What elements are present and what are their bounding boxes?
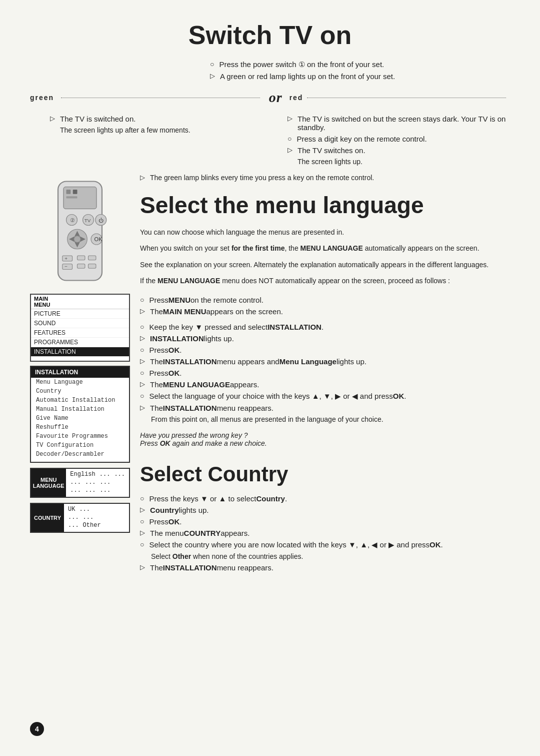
step-select-other: Select Other when none of the countries … [151,552,510,560]
install-item-menu-language: Menu Language [31,378,129,387]
green-red-bar: green or red [30,90,510,106]
uk-text: UK [68,506,75,513]
select-country-title: Select Country [140,462,510,486]
menu-language-body2: When you switch on your set for the firs… [140,243,510,254]
step-country-menu-appears: The menu COUNTRY appears. [140,529,510,537]
menu-language-body3: See the explanation on your screen. Alte… [140,259,510,270]
other-text: Other [83,522,101,529]
language-label: LANGUAGE [33,483,64,489]
menu-item-picture: PICTURE [31,309,129,319]
wrong-key-line2: Press OK again and make a new choice. [140,439,510,447]
red-tv-switches-on: The TV switches on. [288,146,510,155]
step-press-menu: Press MENU on the remote control. [140,296,510,304]
step-press-ok-1: Press OK. [140,346,510,354]
install-item-manual: Manual Installation [31,405,129,414]
bullet-lamp-lights: A green or red lamp lights up on the fro… [210,72,510,81]
svg-text:②: ② [70,217,75,223]
wrong-key-line1: Have you pressed the wrong key ? [140,431,510,439]
remote-container: ② TV ⏻ OK + [30,179,130,289]
country-content: UK ... ... ... ... Other [64,504,105,532]
svg-rect-23 [78,256,85,260]
green-lamp-col: The TV is switched on. The screen lights… [50,115,272,166]
main-menu-header: MAINMENU [31,295,129,309]
green-lamp-note: The green lamp blinks every time you pre… [140,174,510,182]
main-menu-box: MAINMENU PICTURE SOUND FEATURES PROGRAMM… [30,294,130,362]
install-item-auto: Automatic Installation [31,396,129,405]
svg-rect-2 [66,190,71,194]
step-select-language: Select the language of your choice with … [140,392,510,401]
country-row-uk: UK ... [68,506,101,513]
dots-line-left [61,98,260,98]
install-item-tv-config: TV Configuration [31,441,129,450]
step-press-ok-2: Press OK. [140,369,510,377]
english-dots1: ... [100,471,110,478]
menu-label: MENU [40,477,56,483]
svg-point-16 [74,236,80,242]
switch-tv-on-section: Switch TV on Press the power switch ① on… [30,20,510,166]
step-main-menu-appears: The MAIN MENU appears on the screen. [140,307,510,316]
step-installation-menu-appears: The INSTALLATION menu appears and Menu L… [140,357,510,366]
language-box: MENU LANGUAGE English ... ... ... ... ..… [30,468,130,498]
step-installation-lights: INSTALLATION lights up. [140,334,510,343]
install-item-country: Country [31,387,129,396]
green-label: green [30,94,54,102]
step-country-lights: Country lights up. [140,506,510,514]
menu-language-body4: If the MENU LANGUAGE menu does NOT autom… [140,275,510,286]
menu-item-features: FEATURES [31,328,129,338]
install-item-decoder: Decoder/Descrambler [31,450,129,459]
menu-language-steps: Press MENU on the remote control. The MA… [140,296,510,423]
install-item-reshuffle: Reshuffle [31,423,129,432]
step-installation-reappears: The INSTALLATION menu reappears. [140,404,510,412]
install-item-give-name: Give Name [31,414,129,423]
left-panel: ② TV ⏻ OK + [30,174,130,577]
green-tv-on: The TV is switched on. [50,115,272,123]
language-content: English ... ... ... ... ... ... ... ... [66,469,129,497]
svg-text:+: + [64,256,68,261]
dots-line-right [307,98,506,98]
step-menu-language-appears: The MENU LANGUAGE appears. [140,380,510,389]
svg-text:TV: TV [84,218,91,223]
lang-row-english: English ... ... [70,471,125,478]
menu-item-sound: SOUND [31,319,129,328]
english-text: English [70,471,95,478]
step-select-country-location: Select the country where you are now loc… [140,540,510,549]
svg-text:OK: OK [94,236,103,242]
language-menu-header: MENU LANGUAGE [31,469,66,497]
bullet-power-switch: Press the power switch ① on the front of… [210,60,510,69]
country-row-2: ... ... [68,514,101,521]
svg-text:⏻: ⏻ [98,218,104,223]
installation-header: INSTALLATION [31,367,129,378]
step-press-ok-country: Press OK. [140,517,510,526]
svg-rect-4 [66,196,78,198]
menu-language-body1: You can now choose which language the me… [140,227,510,238]
english-dots2: ... [114,471,125,478]
menu-item-installation: INSTALLATION [31,347,129,357]
red-press-digit: Press a digit key on the remote control. [288,135,510,143]
right-panel: The green lamp blinks every time you pre… [140,174,510,577]
country-row-other: ... Other [68,522,101,529]
lang-row-3: ... ... ... [70,487,125,494]
red-screen-lights: The screen lights up. [298,158,510,166]
red-label: red [290,94,304,102]
page-number: 4 [30,722,44,736]
svg-text:−: − [64,264,68,269]
step-installation-reappears-country: The INSTALLATION menu reappears. [140,563,510,572]
tv-remote-icon: ② TV ⏻ OK + [42,179,118,289]
svg-rect-24 [88,256,96,260]
menu-item-programmes: PROGRAMMES [31,338,129,347]
red-lamp-col: The TV is switched on but the screen sta… [288,115,510,166]
switch-tv-on-title: Switch TV on [30,20,510,50]
green-screen-lights: The screen lights up after a few moments… [60,126,272,134]
country-box: COUNTRY UK ... ... ... ... Other [30,503,130,533]
country-steps: Press the keys ▼ or ▲ to select Country.… [140,494,510,572]
country-menu-header: COUNTRY [31,504,64,532]
install-item-favourite: Favourite Programmes [31,432,129,441]
svg-rect-25 [78,264,85,269]
or-label: or [269,90,282,106]
step-from-this-point: From this point on, all menus are presen… [151,415,510,423]
select-menu-language-title: Select the menu language [140,192,510,219]
installation-box: INSTALLATION Menu Language Country Autom… [30,366,130,463]
red-tv-switched-on: The TV is switched on but the screen sta… [288,115,510,132]
step-press-keys-country: Press the keys ▼ or ▲ to select Country. [140,494,510,503]
wrong-key-note: Have you pressed the wrong key ? Press O… [140,431,510,447]
